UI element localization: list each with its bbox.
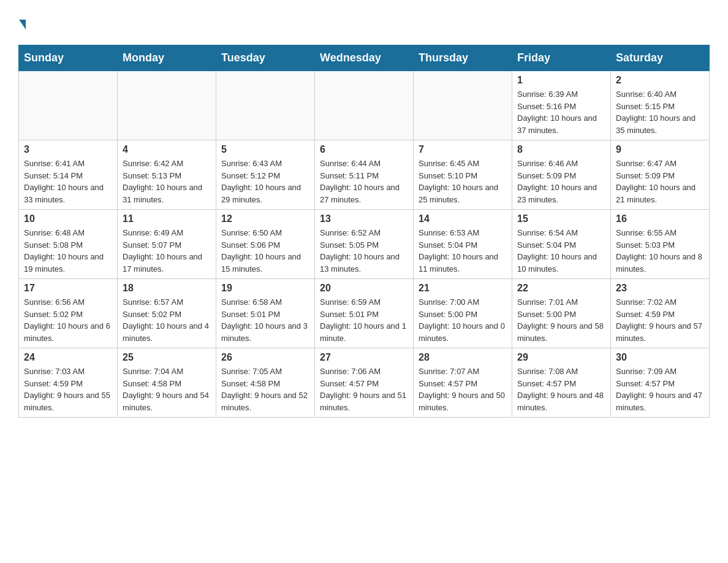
day-cell: 4Sunrise: 6:42 AM Sunset: 5:13 PM Daylig… [118,140,216,210]
day-number: 1 [517,75,605,86]
day-number: 8 [517,144,605,155]
day-cell [414,71,512,140]
day-cell: 19Sunrise: 6:58 AM Sunset: 5:01 PM Dayli… [216,279,315,348]
day-cell: 25Sunrise: 7:04 AM Sunset: 4:58 PM Dayli… [118,348,216,418]
day-number: 17 [24,283,112,294]
day-info: Sunrise: 6:44 AM Sunset: 5:11 PM Dayligh… [320,158,408,205]
day-cell: 18Sunrise: 6:57 AM Sunset: 5:02 PM Dayli… [118,279,216,348]
day-number: 21 [419,283,507,294]
day-info: Sunrise: 6:43 AM Sunset: 5:12 PM Dayligh… [221,158,309,205]
day-info: Sunrise: 6:40 AM Sunset: 5:15 PM Dayligh… [616,88,704,136]
logo [18,12,26,33]
day-info: Sunrise: 6:56 AM Sunset: 5:02 PM Dayligh… [24,296,112,344]
col-header-sunday: Sunday [19,45,118,71]
day-info: Sunrise: 6:52 AM Sunset: 5:05 PM Dayligh… [320,227,408,275]
day-number: 2 [616,75,704,86]
day-cell: 1Sunrise: 6:39 AM Sunset: 5:16 PM Daylig… [512,71,611,140]
day-number: 16 [616,213,704,224]
col-header-wednesday: Wednesday [315,45,414,71]
page-header [18,12,710,33]
day-number: 29 [517,352,605,363]
day-cell: 16Sunrise: 6:55 AM Sunset: 5:03 PM Dayli… [611,210,710,279]
day-cell: 10Sunrise: 6:48 AM Sunset: 5:08 PM Dayli… [19,210,118,279]
day-cell: 3Sunrise: 6:41 AM Sunset: 5:14 PM Daylig… [19,140,118,210]
calendar-header-row: SundayMondayTuesdayWednesdayThursdayFrid… [19,45,710,71]
day-info: Sunrise: 6:55 AM Sunset: 5:03 PM Dayligh… [616,227,704,275]
day-info: Sunrise: 7:08 AM Sunset: 4:57 PM Dayligh… [517,366,605,413]
day-cell: 20Sunrise: 6:59 AM Sunset: 5:01 PM Dayli… [315,279,414,348]
day-info: Sunrise: 6:45 AM Sunset: 5:10 PM Dayligh… [419,158,507,205]
day-cell: 5Sunrise: 6:43 AM Sunset: 5:12 PM Daylig… [216,140,315,210]
day-cell: 8Sunrise: 6:46 AM Sunset: 5:09 PM Daylig… [512,140,611,210]
day-info: Sunrise: 7:07 AM Sunset: 4:57 PM Dayligh… [419,366,507,413]
day-cell: 9Sunrise: 6:47 AM Sunset: 5:09 PM Daylig… [611,140,710,210]
day-cell: 30Sunrise: 7:09 AM Sunset: 4:57 PM Dayli… [611,348,710,418]
day-cell: 27Sunrise: 7:06 AM Sunset: 4:57 PM Dayli… [315,348,414,418]
day-cell [19,71,118,140]
day-number: 15 [517,213,605,224]
day-info: Sunrise: 7:03 AM Sunset: 4:59 PM Dayligh… [24,366,112,413]
day-number: 14 [419,213,507,224]
day-cell: 23Sunrise: 7:02 AM Sunset: 4:59 PM Dayli… [611,279,710,348]
day-info: Sunrise: 6:39 AM Sunset: 5:16 PM Dayligh… [517,88,605,136]
day-cell: 22Sunrise: 7:01 AM Sunset: 5:00 PM Dayli… [512,279,611,348]
day-number: 27 [320,352,408,363]
day-cell: 6Sunrise: 6:44 AM Sunset: 5:11 PM Daylig… [315,140,414,210]
day-cell [315,71,414,140]
day-cell: 2Sunrise: 6:40 AM Sunset: 5:15 PM Daylig… [611,71,710,140]
day-info: Sunrise: 6:58 AM Sunset: 5:01 PM Dayligh… [221,296,309,344]
week-row-3: 10Sunrise: 6:48 AM Sunset: 5:08 PM Dayli… [19,210,710,279]
day-cell: 24Sunrise: 7:03 AM Sunset: 4:59 PM Dayli… [19,348,118,418]
day-info: Sunrise: 6:41 AM Sunset: 5:14 PM Dayligh… [24,158,112,205]
day-number: 6 [320,144,408,155]
day-number: 30 [616,352,704,363]
day-cell [118,71,216,140]
day-number: 24 [24,352,112,363]
day-number: 13 [320,213,408,224]
day-info: Sunrise: 7:02 AM Sunset: 4:59 PM Dayligh… [616,296,704,344]
day-number: 19 [221,283,309,294]
day-number: 22 [517,283,605,294]
day-cell [216,71,315,140]
day-info: Sunrise: 6:47 AM Sunset: 5:09 PM Dayligh… [616,158,704,205]
day-number: 20 [320,283,408,294]
day-cell: 12Sunrise: 6:50 AM Sunset: 5:06 PM Dayli… [216,210,315,279]
day-number: 4 [123,144,211,155]
day-info: Sunrise: 6:59 AM Sunset: 5:01 PM Dayligh… [320,296,408,344]
day-cell: 7Sunrise: 6:45 AM Sunset: 5:10 PM Daylig… [414,140,512,210]
day-cell: 21Sunrise: 7:00 AM Sunset: 5:00 PM Dayli… [414,279,512,348]
week-row-1: 1Sunrise: 6:39 AM Sunset: 5:16 PM Daylig… [19,71,710,140]
day-info: Sunrise: 7:05 AM Sunset: 4:58 PM Dayligh… [221,366,309,413]
week-row-5: 24Sunrise: 7:03 AM Sunset: 4:59 PM Dayli… [19,348,710,418]
day-info: Sunrise: 6:42 AM Sunset: 5:13 PM Dayligh… [123,158,211,205]
day-number: 25 [123,352,211,363]
day-number: 9 [616,144,704,155]
day-info: Sunrise: 6:48 AM Sunset: 5:08 PM Dayligh… [24,227,112,275]
col-header-friday: Friday [512,45,611,71]
day-info: Sunrise: 6:50 AM Sunset: 5:06 PM Dayligh… [221,227,309,275]
col-header-tuesday: Tuesday [216,45,315,71]
day-cell: 15Sunrise: 6:54 AM Sunset: 5:04 PM Dayli… [512,210,611,279]
day-info: Sunrise: 7:04 AM Sunset: 4:58 PM Dayligh… [123,366,211,413]
calendar-table: SundayMondayTuesdayWednesdayThursdayFrid… [18,45,710,418]
day-info: Sunrise: 7:01 AM Sunset: 5:00 PM Dayligh… [517,296,605,344]
day-info: Sunrise: 6:57 AM Sunset: 5:02 PM Dayligh… [123,296,211,344]
day-cell: 29Sunrise: 7:08 AM Sunset: 4:57 PM Dayli… [512,348,611,418]
day-info: Sunrise: 6:46 AM Sunset: 5:09 PM Dayligh… [517,158,605,205]
col-header-thursday: Thursday [414,45,512,71]
logo-arrow-icon [19,20,26,29]
day-number: 18 [123,283,211,294]
day-cell: 26Sunrise: 7:05 AM Sunset: 4:58 PM Dayli… [216,348,315,418]
day-number: 10 [24,213,112,224]
col-header-saturday: Saturday [611,45,710,71]
col-header-monday: Monday [118,45,216,71]
day-cell: 17Sunrise: 6:56 AM Sunset: 5:02 PM Dayli… [19,279,118,348]
day-number: 23 [616,283,704,294]
day-cell: 14Sunrise: 6:53 AM Sunset: 5:04 PM Dayli… [414,210,512,279]
day-cell: 28Sunrise: 7:07 AM Sunset: 4:57 PM Dayli… [414,348,512,418]
week-row-2: 3Sunrise: 6:41 AM Sunset: 5:14 PM Daylig… [19,140,710,210]
day-number: 12 [221,213,309,224]
day-info: Sunrise: 7:00 AM Sunset: 5:00 PM Dayligh… [419,296,507,344]
day-info: Sunrise: 7:06 AM Sunset: 4:57 PM Dayligh… [320,366,408,413]
day-cell: 13Sunrise: 6:52 AM Sunset: 5:05 PM Dayli… [315,210,414,279]
